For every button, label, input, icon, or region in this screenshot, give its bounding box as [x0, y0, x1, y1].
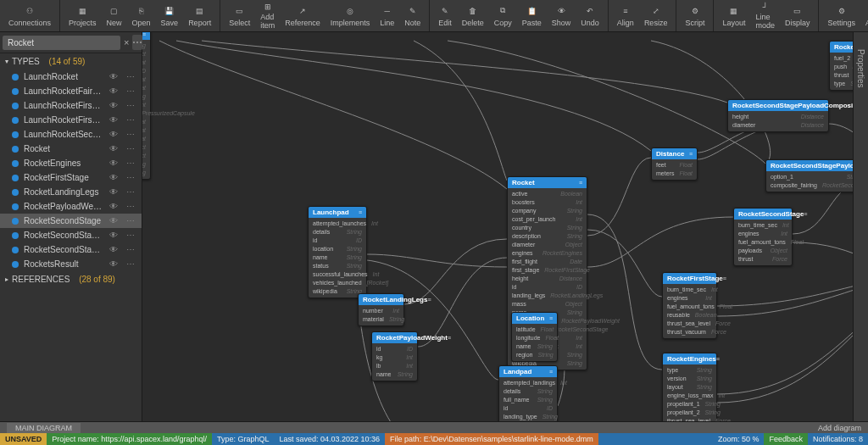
sidebar-item-rocketsecondstagepayloads[interactable]: RocketSecondStagePayloads👁⋯	[0, 242, 142, 257]
node-field[interactable]: full_nameString	[499, 396, 557, 404]
toolbar-reference[interactable]: ↗Reference	[280, 0, 326, 31]
node-field[interactable]: vehicles_launched[Rocket]	[309, 279, 366, 287]
sidebar-item-launchrocket[interactable]: LaunchRocket👁⋯	[0, 70, 142, 84]
node-title[interactable]: RocketSecondStagePayloads≡	[766, 160, 853, 171]
item-menu-icon[interactable]: ⋯	[125, 245, 136, 254]
node-field[interactable]: thrust_vacuumForce	[663, 328, 716, 337]
node-title[interactable]: RocketFirstStage≡	[663, 273, 716, 284]
item-menu-icon[interactable]: ⋯	[125, 173, 136, 182]
node-title[interactable]: RocketPayloadWeight≡	[372, 332, 417, 343]
node-title[interactable]: Landpad≡	[499, 366, 557, 377]
node-field[interactable]: typeString	[830, 80, 853, 88]
item-menu-icon[interactable]: ⋯	[125, 202, 136, 211]
node-title[interactable]: RocketSecondStagePayloadCompositeFairing…	[728, 100, 828, 111]
node-field[interactable]: idID	[372, 345, 417, 353]
node-field[interactable]: boostersInt	[508, 198, 587, 207]
node-field[interactable]: kgInt	[372, 353, 417, 362]
toolbar-new[interactable]: ▢New	[102, 0, 127, 31]
visibility-icon[interactable]: 👁	[108, 202, 120, 211]
item-menu-icon[interactable]: ⋯	[125, 259, 136, 269]
toolbar-add-item[interactable]: ⊞Add item	[255, 0, 280, 31]
node-field[interactable]: longitudeFloat	[512, 334, 557, 342]
node-field[interactable]: heightDistance	[728, 113, 828, 121]
node-field[interactable]: attempted_landingsInt	[499, 379, 557, 387]
sidebar-item-rocketfirststage[interactable]: RocketFirstStage👁⋯	[0, 170, 142, 185]
toolbar-select[interactable]: ▭Select	[224, 0, 255, 31]
item-menu-icon[interactable]: ⋯	[125, 130, 136, 139]
visibility-icon[interactable]: 👁	[108, 115, 120, 125]
node-field[interactable]: propellant_1String	[663, 400, 716, 409]
node-title[interactable]: RocketFuel≡	[830, 42, 853, 53]
node-field[interactable]: nameString	[372, 370, 417, 379]
node-field[interactable]: latitudeFloat	[512, 325, 557, 334]
node-field[interactable]: diameterObject	[508, 241, 587, 249]
node-field[interactable]: pushInt	[830, 63, 853, 71]
visibility-icon[interactable]: 👁	[108, 159, 120, 168]
toolbar-note[interactable]: ✎Note	[399, 0, 426, 31]
toolbar-copy[interactable]: ⧉Copy	[489, 0, 517, 31]
node-field[interactable]: thrustForce	[830, 71, 853, 80]
node-field[interactable]: nameString	[512, 342, 557, 351]
status-feedback[interactable]: Feedback	[764, 433, 808, 445]
node-distance[interactable]: Distance≡feetFloatmetersFloat	[651, 147, 698, 181]
sidebar-item-rocketengines[interactable]: RocketEngines👁⋯	[0, 156, 142, 170]
node-title[interactable]: Distance≡	[652, 148, 697, 159]
visibility-icon[interactable]: 👁	[108, 245, 120, 254]
item-menu-icon[interactable]: ⋯	[125, 159, 136, 168]
node-field[interactable]: orbit_duration_yrInt	[142, 101, 150, 109]
clear-search-icon[interactable]: ×	[124, 37, 129, 47]
node-launchpad[interactable]: Launchpad≡attempted_launchesIntdetailsSt…	[308, 206, 367, 298]
node-field[interactable]: massObject	[508, 300, 587, 309]
node-field[interactable]: locationString	[309, 245, 366, 253]
toolbar-undo[interactable]: ↶Undo	[576, 0, 604, 31]
drag-handle-icon[interactable]: ≡	[448, 335, 451, 341]
node-field[interactable]: lbInt	[372, 362, 417, 370]
node-field[interactable]: attempted_launchesInt	[309, 220, 366, 228]
node-rocketsecondstagepayloadcompositefairing[interactable]: RocketSecondStagePayloadCompositeFairing…	[727, 99, 829, 132]
node-field[interactable]: landing_typeString	[499, 413, 557, 421]
visibility-icon[interactable]: 👁	[108, 101, 120, 110]
node-field[interactable]: burn_time_secInt	[734, 221, 792, 230]
node-title[interactable]: Launchpad≡	[309, 207, 366, 218]
drag-handle-icon[interactable]: ≡	[804, 211, 807, 217]
node-field[interactable]: first_stageRocketFirstStage	[508, 266, 587, 275]
node-field[interactable]: layoutString	[663, 383, 716, 392]
drag-handle-icon[interactable]: ≡	[689, 151, 693, 157]
node-field[interactable]: countryString	[508, 224, 587, 232]
search-input[interactable]	[3, 36, 120, 50]
node-field[interactable]: detailsString	[499, 387, 557, 396]
item-menu-icon[interactable]: ⋯	[125, 101, 136, 110]
node-field[interactable]: return_payload_volFloat	[142, 126, 150, 135]
visibility-icon[interactable]: 👁	[108, 216, 120, 225]
sidebar-item-launchrocketfairings[interactable]: LaunchRocketFairings👁⋯	[0, 84, 142, 98]
node-rocketengines[interactable]: RocketEngines≡typeStringversionStringlay…	[662, 353, 717, 421]
node-field[interactable]: idID	[508, 283, 587, 292]
visibility-icon[interactable]: 👁	[108, 86, 120, 96]
item-menu-icon[interactable]: ⋯	[125, 86, 136, 96]
node-field[interactable]: thrustersObject	[142, 143, 150, 152]
node-field[interactable]: thrust_sea_levelForce	[663, 417, 716, 421]
visibility-icon[interactable]: 👁	[108, 187, 120, 197]
node-field[interactable]: regionString	[512, 351, 557, 359]
item-menu-icon[interactable]: ⋯	[125, 187, 136, 197]
node-field[interactable]: launch_payload_massFloat	[142, 75, 150, 84]
drag-handle-icon[interactable]: ≡	[359, 209, 362, 215]
sidebar-item-rocketlandinglegs[interactable]: RocketLandingLegs👁⋯	[0, 185, 142, 199]
types-header[interactable]: ▾ TYPES (14 of 59)	[0, 53, 142, 70]
node-field[interactable]: landing_legsRocketLandingLegs	[508, 292, 587, 300]
toolbar-open[interactable]: ⎘Open	[127, 0, 156, 31]
sidebar-item-launchrocketfirststagecore[interactable]: LaunchRocketFirstStageCore👁⋯	[0, 113, 142, 127]
node-field[interactable]: launch_payload_volFloat	[142, 84, 150, 92]
node-title[interactable]: RocketLandingLegs≡	[359, 294, 403, 305]
diagram-canvas[interactable]: LaunchRocket≡first_flightStringheat_shie…	[142, 32, 853, 421]
node-field[interactable]: companyString	[508, 207, 587, 215]
item-menu-icon[interactable]: ⋯	[125, 231, 136, 240]
node-field[interactable]: activeBoolean	[508, 190, 587, 198]
node-field[interactable]: cost_per_launchInt	[508, 215, 587, 224]
add-diagram-button[interactable]: Add diagram	[818, 424, 861, 432]
status-zoom[interactable]: Zoom: 50 %	[713, 433, 765, 445]
node-field[interactable]: idID	[309, 236, 366, 245]
node-field[interactable]: metersFloat	[652, 170, 697, 178]
node-field[interactable]: statusString	[309, 262, 366, 270]
node-field[interactable]: idID	[142, 67, 150, 75]
